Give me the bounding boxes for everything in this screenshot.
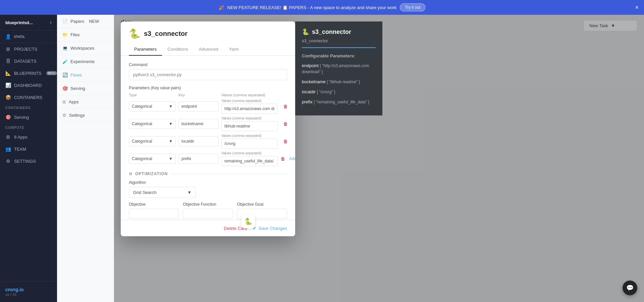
values-input-3[interactable] (221, 139, 278, 149)
user-icon: 👤 (5, 34, 11, 39)
sidebar-item-apps[interactable]: ⊞ 8 Apps (0, 131, 57, 143)
type-select-arrow: ▼ (169, 104, 173, 109)
add-param-button[interactable]: Add (289, 156, 295, 161)
section-label-containers: CONTAINERS (0, 103, 57, 111)
optimization-header: ⊙ OPTIMIZATION (129, 171, 287, 176)
optimization-label: OPTIMIZATION (135, 171, 168, 176)
algorithm-select[interactable]: Grid Search ▼ (129, 187, 196, 198)
team-icon: 👥 (5, 146, 11, 152)
type-select-label: Categorical (132, 156, 152, 161)
right-panel-title-text: s3_connector (312, 29, 351, 36)
tab-advanced[interactable]: Advanced (194, 43, 224, 56)
sidebar-item-containers[interactable]: 📦 CONTAINERS (0, 91, 57, 103)
banner-text: NEW FEATURE RELEASE! 📋 PAPERS - A new sp… (227, 5, 397, 10)
nav-item-label: Workspaces (70, 46, 94, 51)
values-input-4[interactable] (221, 156, 278, 166)
nav-item-label: Flows (70, 72, 82, 78)
nav-item-label: Experiments (70, 59, 95, 64)
nav-item-flows[interactable]: 🔄 Flows (57, 68, 114, 82)
delete-row-4[interactable]: 🗑 (280, 156, 285, 161)
param-row: Categorical ▼ Values (comma separated) 🗑 (129, 134, 287, 149)
config-param-localdir: localdir [ "/cnvrg" ] (302, 89, 376, 95)
sidebar-item-team[interactable]: 👥 TEAM (0, 143, 57, 155)
delete-row-3[interactable]: 🗑 (280, 139, 290, 144)
objective-input[interactable] (129, 209, 179, 219)
key-input-2[interactable] (178, 119, 219, 129)
optimization-divider (170, 174, 287, 174)
nav-item-files[interactable]: 📁 Files (57, 28, 114, 42)
canvas-python-node[interactable]: 🐍 (241, 215, 255, 228)
values-label-1: Values (comma separated) (221, 99, 278, 103)
type-select-1[interactable]: Categorical ▼ (129, 101, 176, 111)
values-input-1[interactable] (221, 104, 278, 114)
col-type: Type (129, 93, 176, 97)
key-input-3[interactable] (178, 136, 219, 146)
config-param-bucketname: bucketname [ "libhub-readme" ] (302, 79, 376, 85)
param-row: Categorical ▼ Values (comma separated) 🗑 (129, 99, 287, 114)
sidebar-item-projects[interactable]: ⊞ PROJECTS (0, 43, 57, 55)
sidebar-item-datasets[interactable]: 🗄 DATASETS (0, 55, 57, 67)
type-select-2[interactable]: Categorical ▼ (129, 119, 176, 129)
save-changes-button[interactable]: ✔ Save Changes (253, 225, 287, 231)
banner-party-icon: 🎉 (219, 5, 224, 10)
collapse-icon[interactable]: ‹ (50, 19, 52, 26)
secondary-sidebar: 📄 Papers NEW 📁 Files 💻 Workspaces 🧪 Expe… (57, 15, 114, 302)
command-input[interactable] (129, 69, 287, 80)
nav-item-experiments[interactable]: 🧪 Experiments (57, 55, 114, 68)
sidebar-item-label: CONTAINERS (14, 95, 42, 100)
sidebar-item-dashboard[interactable]: 📊 DASHBOARD (0, 79, 57, 91)
nav-item-label: Serving (70, 86, 85, 91)
nav-item-label: Papers (70, 19, 84, 24)
key-input-1[interactable] (178, 101, 219, 111)
sidebar-item-settings[interactable]: ⚙ SETTINGS (0, 155, 57, 167)
objective-function-input[interactable] (183, 209, 233, 219)
right-panel-subtitle: s3_connector (302, 38, 376, 48)
algorithm-value: Grid Search (133, 190, 156, 195)
objective-goal-label: Objective Goal (237, 202, 287, 207)
nav-item-settings[interactable]: ⚙ Settings (57, 109, 114, 122)
key-input-4[interactable] (178, 154, 219, 164)
optimization-toggle-icon[interactable]: ⊙ (129, 171, 132, 176)
sidebar-bottom: cnvrg.io v4.7.59 (0, 281, 57, 302)
param-name: bucketname (302, 79, 327, 84)
nav-item-serving[interactable]: 🎯 Serving (57, 82, 114, 95)
files-nav-icon: 📁 (62, 32, 68, 37)
nav-item-papers[interactable]: 📄 Papers NEW (57, 15, 114, 28)
objective-function-label: Objective Function (183, 202, 233, 207)
param-name: prefix (302, 99, 314, 104)
papers-nav-icon: 📄 (62, 19, 68, 24)
nav-item-apps[interactable]: ⊞ Apps (57, 95, 114, 109)
try-it-out-button[interactable]: Try it out (400, 3, 425, 11)
tab-parameters[interactable]: Parameters (129, 43, 162, 56)
delete-row-2[interactable]: 🗑 (280, 121, 290, 127)
values-label-3: Values (comma separated) (221, 134, 278, 138)
top-banner: 🎉 NEW FEATURE RELEASE! 📋 PAPERS - A new … (0, 0, 644, 15)
sidebar-item-blueprints[interactable]: 📐 BLUEPRINTS BETA (0, 67, 57, 79)
type-select-4[interactable]: Categorical ▼ (129, 154, 176, 164)
nav-item-workspaces[interactable]: 💻 Workspaces (57, 42, 114, 55)
values-input-2[interactable] (221, 121, 278, 131)
algorithm-label: Algorithm (129, 180, 287, 185)
main-content: dev New Task ▼ 🐍 s3_connector Parameters… (114, 15, 644, 302)
flows-nav-icon: 🔄 (62, 72, 68, 78)
new-badge: NEW (89, 19, 99, 24)
type-select-3[interactable]: Categorical ▼ (129, 136, 176, 146)
banner-close-button[interactable]: × (635, 4, 639, 11)
config-param-endpoint: endpoint [ "http://s3.amazonaws.com down… (302, 62, 376, 74)
chat-button[interactable]: 💬 (623, 281, 637, 295)
params-section-label: Parameters (Key value pairs) (129, 86, 287, 90)
values-label-2: Values (comma separated) (221, 116, 278, 120)
values-col-3: Values (comma separated) (221, 134, 278, 149)
tab-yaml[interactable]: Yaml (223, 43, 244, 56)
user-info: 👤 sheila. (0, 31, 57, 43)
algorithm-select-arrow: ▼ (187, 190, 192, 195)
type-select-arrow: ▼ (169, 121, 173, 126)
values-label-4: Values (comma separated) (221, 151, 278, 155)
delete-row-1[interactable]: 🗑 (280, 104, 290, 109)
left-sidebar: blueprintsd... ‹ 👤 sheila. ⊞ PROJECTS 🗄 … (0, 15, 57, 302)
settings-icon: ⚙ (5, 158, 11, 164)
sidebar-item-serving[interactable]: 🎯 Serving (0, 111, 57, 123)
tab-conditions[interactable]: Conditions (162, 43, 193, 56)
settings-nav-icon: ⚙ (62, 113, 66, 118)
nav-item-label: Files (70, 32, 79, 37)
